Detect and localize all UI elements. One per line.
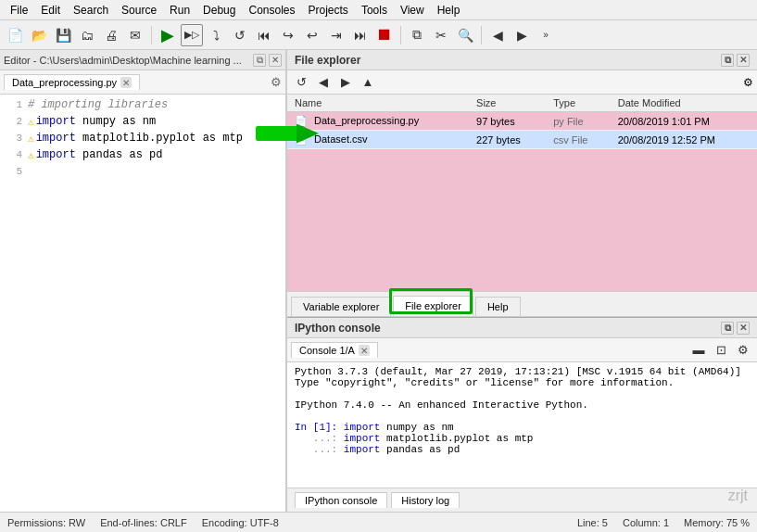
- console-body[interactable]: Python 3.7.3 (default, Mar 27 2019, 17:1…: [287, 362, 757, 488]
- file-row-py[interactable]: 📄 Data_preprocessing.py 97 bytes py File…: [287, 112, 757, 131]
- nav-forward-button[interactable]: ▶: [511, 24, 533, 46]
- bottom-tab-history[interactable]: History log: [391, 492, 460, 508]
- file-explorer-title: File explorer: [295, 54, 360, 67]
- file-name-py: 📄 Data_preprocessing.py: [287, 112, 469, 131]
- editor-float-button[interactable]: ⧉: [253, 54, 266, 67]
- code-line-2: 2 ⚠ import numpy as nm: [0, 113, 285, 130]
- menu-run[interactable]: Run: [163, 2, 196, 19]
- console-title-label: IPython console: [295, 322, 381, 335]
- print-button[interactable]: 🖨: [100, 24, 122, 46]
- tab-variable-explorer[interactable]: Variable explorer: [291, 297, 391, 316]
- file-size-py: 97 bytes: [469, 112, 546, 131]
- file-row-csv[interactable]: 📄 Dataset.csv 227 bytes csv File 20/08/2…: [287, 131, 757, 149]
- editor-code-area[interactable]: 1 # importing libraries 2 ⚠ import numpy…: [0, 95, 285, 512]
- console-settings-button[interactable]: ⚙: [733, 340, 753, 361]
- step-in-button[interactable]: ↩: [301, 24, 323, 46]
- file-content[interactable]: Name Size Type Date Modified 📄 Data_prep…: [287, 95, 757, 291]
- console-line-2: Type "copyright", "credits" or "license"…: [295, 377, 750, 388]
- bottom-tab-bar: IPython console History log: [287, 488, 757, 512]
- file-explorer-close-button[interactable]: ✕: [737, 54, 750, 67]
- toolbar-sep-1: [151, 26, 152, 44]
- run-file-button[interactable]: ▶▷: [181, 24, 203, 46]
- file-forward-button[interactable]: ▶: [335, 72, 356, 93]
- nav-back-button[interactable]: ◀: [486, 24, 509, 46]
- console-line-3: [295, 388, 750, 399]
- step-out-button[interactable]: ⇥: [325, 24, 347, 46]
- menu-help[interactable]: Help: [431, 2, 467, 19]
- code-line-5: 5: [0, 163, 285, 180]
- warn-icon-4: ⚠: [28, 149, 34, 161]
- file-explorer-float-button[interactable]: ⧉: [721, 54, 734, 67]
- console-options-button[interactable]: ▬: [688, 340, 709, 361]
- status-column: Column: 1: [623, 517, 669, 528]
- code-line-3: 3 ⚠ import matplotlib.pyplot as mtp: [0, 130, 285, 146]
- continue-button[interactable]: ⏭: [349, 24, 372, 46]
- file-refresh-button[interactable]: ↺: [291, 72, 311, 93]
- restart-button[interactable]: ↺: [229, 24, 251, 46]
- step-back-button[interactable]: ⏮: [253, 24, 275, 46]
- col-type[interactable]: Type: [546, 95, 611, 112]
- status-line: Line: 5: [577, 517, 608, 528]
- save-button[interactable]: 💾: [52, 24, 74, 46]
- py-file-icon: 📄: [295, 115, 308, 126]
- email-button[interactable]: ✉: [124, 24, 146, 46]
- open-file-button[interactable]: 📂: [28, 24, 50, 46]
- editor-close-button[interactable]: ✕: [269, 54, 282, 67]
- menu-projects[interactable]: Projects: [302, 2, 355, 19]
- bottom-tab-ipython[interactable]: IPython console: [295, 492, 387, 508]
- editor-tab[interactable]: Data_preprocessing.py ✕: [4, 74, 140, 90]
- col-name[interactable]: Name: [287, 95, 469, 112]
- menu-file[interactable]: File: [4, 2, 34, 19]
- editor-pane: Editor - C:\Users\admin\Desktop\Machine …: [0, 50, 287, 512]
- debug-step-button[interactable]: ⤵: [205, 24, 227, 46]
- console-expand-button[interactable]: ⊡: [711, 340, 731, 361]
- stop-button[interactable]: ⏹: [373, 24, 396, 46]
- copy-button[interactable]: ⧉: [406, 24, 428, 46]
- console-line-8: ...: import pandas as pd: [295, 444, 750, 455]
- col-size[interactable]: Size: [469, 95, 546, 112]
- file-settings-icon[interactable]: ⚙: [743, 76, 753, 89]
- menu-edit[interactable]: Edit: [34, 2, 67, 19]
- run-button[interactable]: ▶: [157, 24, 179, 46]
- main-toolbar: 📄 📂 💾 🗂 🖨 ✉ ▶ ▶▷ ⤵ ↺ ⏮ ↪ ↩ ⇥ ⏭ ⏹ ⧉ ✂ 🔍 ◀…: [0, 20, 757, 50]
- console-section: IPython console ⧉ ✕ Console 1/A ✕ ▬ ⊡ ⚙: [287, 317, 757, 512]
- menu-view[interactable]: View: [394, 2, 431, 19]
- console-close-button[interactable]: ✕: [737, 322, 750, 335]
- console-title-bar: IPython console ⧉ ✕: [287, 318, 757, 338]
- more-button[interactable]: »: [535, 24, 557, 46]
- editor-settings-icon[interactable]: ⚙: [271, 75, 282, 89]
- col-date[interactable]: Date Modified: [611, 95, 757, 112]
- file-date-py: 20/08/2019 1:01 PM: [611, 112, 757, 131]
- cut-button[interactable]: ✂: [430, 24, 452, 46]
- file-type-csv: csv File: [546, 131, 611, 149]
- console-float-button[interactable]: ⧉: [721, 322, 734, 335]
- status-encoding: Encoding: UTF-8: [202, 517, 279, 528]
- console-title-controls: ⧉ ✕: [721, 322, 750, 335]
- find-button[interactable]: 🔍: [454, 24, 476, 46]
- console-tab-label: Console 1/A: [299, 345, 355, 356]
- main-layout: Editor - C:\Users\admin\Desktop\Machine …: [0, 50, 757, 512]
- console-line-4: IPython 7.4.0 -- An enhanced Interactive…: [295, 399, 750, 411]
- step-over-button[interactable]: ↪: [277, 24, 299, 46]
- editor-title-controls: ⧉ ✕: [253, 54, 282, 67]
- menu-consoles[interactable]: Consoles: [242, 2, 301, 19]
- console-line-6: In [1]: import numpy as nm: [295, 422, 750, 433]
- save-all-button[interactable]: 🗂: [76, 24, 98, 46]
- console-line-5: [295, 411, 750, 422]
- menu-debug[interactable]: Debug: [196, 2, 242, 19]
- menu-search[interactable]: Search: [67, 2, 115, 19]
- status-bar: Permissions: RW End-of-lines: CRLF Encod…: [0, 512, 757, 532]
- file-back-button[interactable]: ◀: [313, 72, 334, 93]
- menu-bar: File Edit Search Source Run Debug Consol…: [0, 0, 757, 20]
- status-memory: Memory: 75 %: [684, 517, 750, 528]
- console-tab-close[interactable]: ✕: [359, 345, 370, 356]
- menu-tools[interactable]: Tools: [355, 2, 394, 19]
- tab-file-explorer[interactable]: File explorer: [393, 296, 473, 316]
- editor-tab-close[interactable]: ✕: [120, 77, 132, 88]
- file-date-csv: 20/08/2019 12:52 PM: [611, 131, 757, 149]
- menu-source[interactable]: Source: [115, 2, 163, 19]
- tab-help[interactable]: Help: [475, 297, 521, 316]
- console-tab-1[interactable]: Console 1/A ✕: [291, 342, 378, 358]
- new-file-button[interactable]: 📄: [4, 24, 26, 46]
- file-up-button[interactable]: ▲: [358, 72, 378, 93]
